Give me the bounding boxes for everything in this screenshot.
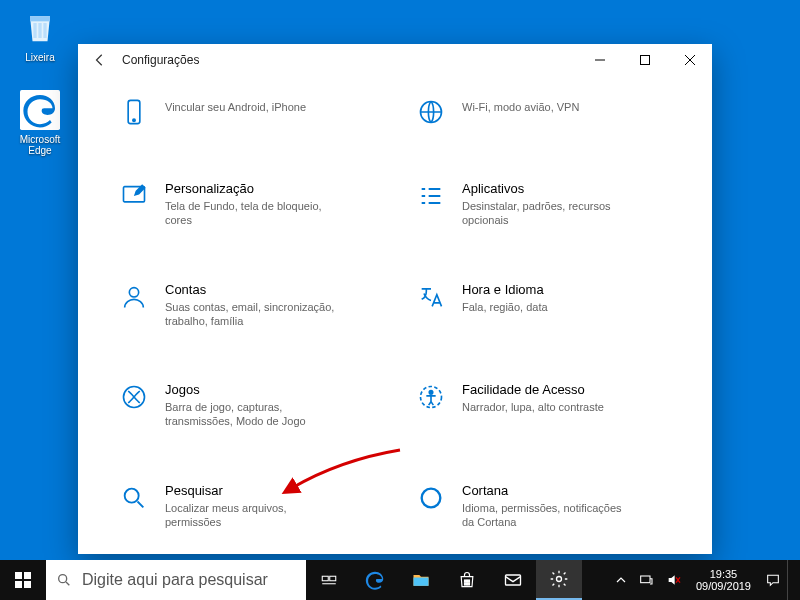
tile-title: Cortana (462, 483, 632, 498)
svg-rect-16 (24, 581, 31, 588)
svg-rect-13 (15, 572, 22, 579)
tile-desc: Idioma, permissões, notificações da Cort… (462, 501, 632, 530)
system-tray: 19:35 09/09/2019 (610, 560, 800, 600)
tile-phone[interactable]: Vincular seu Android, iPhone (108, 86, 385, 142)
tile-desc: Desinstalar, padrões, recursos opcionais (462, 199, 632, 228)
tile-cortana[interactable]: CortanaIdioma, permissões, notificações … (405, 472, 682, 545)
taskbar: Digite aqui para pesquisar 19:35 09/09/2… (0, 560, 800, 600)
tile-desc: Narrador, lupa, alto contraste (462, 400, 604, 414)
tray-network-icon[interactable] (632, 560, 660, 600)
taskbar-edge[interactable] (352, 560, 398, 600)
search-placeholder: Digite aqui para pesquisar (82, 571, 268, 589)
svg-rect-14 (24, 572, 31, 579)
tile-title: Contas (165, 282, 335, 297)
phone-icon (119, 97, 149, 127)
edge-icon (20, 90, 60, 130)
start-button[interactable] (0, 560, 46, 600)
svg-point-9 (429, 391, 433, 395)
paintbrush-icon (119, 181, 149, 211)
svg-rect-21 (467, 580, 469, 582)
taskbar-store[interactable] (444, 560, 490, 600)
tile-title: Facilidade de Acesso (462, 382, 604, 397)
tile-time-language[interactable]: Hora e IdiomaFala, região, data (405, 271, 682, 344)
tile-gaming[interactable]: JogosBarra de jogo, capturas, transmissõ… (108, 371, 385, 444)
tile-ease-of-access[interactable]: Facilidade de AcessoNarrador, lupa, alto… (405, 371, 682, 444)
apps-icon (416, 181, 446, 211)
tile-desc: Vincular seu Android, iPhone (165, 100, 306, 114)
settings-content[interactable]: Vincular seu Android, iPhone Wi-Fi, modo… (78, 76, 712, 554)
tile-apps[interactable]: AplicativosDesinstalar, padrões, recurso… (405, 170, 682, 243)
maximize-button[interactable] (622, 44, 667, 76)
tray-clock[interactable]: 19:35 09/09/2019 (688, 560, 759, 600)
person-icon (119, 282, 149, 312)
minimize-button[interactable] (577, 44, 622, 76)
desktop-icon-label: Microsoft Edge (10, 134, 70, 156)
tile-title: Hora e Idioma (462, 282, 548, 297)
xbox-icon (119, 382, 149, 412)
tile-title: Aplicativos (462, 181, 632, 196)
tray-volume-icon[interactable] (660, 560, 688, 600)
cortana-icon (416, 483, 446, 513)
tile-desc: Localizar meus arquivos, permissões (165, 501, 335, 530)
titlebar: Configurações (78, 44, 712, 76)
svg-point-3 (133, 119, 135, 121)
tile-desc: Tela de Fundo, tela de bloqueio, cores (165, 199, 335, 228)
svg-rect-24 (506, 575, 521, 585)
tray-action-center[interactable] (759, 560, 787, 600)
search-box[interactable]: Digite aqui para pesquisar (46, 560, 306, 600)
search-icon (119, 483, 149, 513)
taskbar-settings[interactable] (536, 560, 582, 600)
accessibility-icon (416, 382, 446, 412)
recycle-bin-icon (20, 8, 60, 48)
svg-rect-23 (467, 583, 469, 585)
task-view-button[interactable] (306, 560, 352, 600)
tray-overflow[interactable] (610, 560, 632, 600)
tile-title: Jogos (165, 382, 335, 397)
tile-network[interactable]: Wi-Fi, modo avião, VPN (405, 86, 682, 142)
globe-icon (416, 97, 446, 127)
tile-desc: Barra de jogo, capturas, transmissões, M… (165, 400, 335, 429)
tray-date: 09/09/2019 (696, 580, 751, 592)
tile-personalization[interactable]: PersonalizaçãoTela de Fundo, tela de blo… (108, 170, 385, 243)
back-button[interactable] (86, 46, 114, 74)
tile-title: Pesquisar (165, 483, 335, 498)
svg-rect-22 (465, 583, 467, 585)
svg-rect-19 (330, 576, 336, 581)
desktop-icon-recycle-bin[interactable]: Lixeira (10, 8, 70, 63)
tile-title: Personalização (165, 181, 335, 196)
settings-window: Configurações Vincular seu Android, iPho… (78, 44, 712, 554)
tile-desc: Suas contas, email, sincronização, traba… (165, 300, 335, 329)
svg-rect-18 (322, 576, 328, 581)
svg-rect-1 (640, 56, 649, 65)
tile-desc: Fala, região, data (462, 300, 548, 314)
desktop-icon-edge[interactable]: Microsoft Edge (10, 90, 70, 156)
svg-point-6 (129, 287, 138, 296)
svg-point-17 (59, 575, 67, 583)
svg-point-10 (125, 488, 139, 502)
tile-accounts[interactable]: ContasSuas contas, email, sincronização,… (108, 271, 385, 344)
tile-search[interactable]: PesquisarLocalizar meus arquivos, permis… (108, 472, 385, 545)
tile-desc: Wi-Fi, modo avião, VPN (462, 100, 579, 114)
svg-rect-26 (641, 576, 650, 583)
close-button[interactable] (667, 44, 712, 76)
desktop-icon-label: Lixeira (10, 52, 70, 63)
language-icon (416, 282, 446, 312)
svg-rect-20 (465, 580, 467, 582)
search-icon (56, 572, 72, 588)
svg-point-25 (557, 577, 562, 582)
svg-point-11 (422, 488, 441, 507)
taskbar-explorer[interactable] (398, 560, 444, 600)
window-title: Configurações (122, 53, 199, 67)
svg-rect-15 (15, 581, 22, 588)
taskbar-mail[interactable] (490, 560, 536, 600)
show-desktop-button[interactable] (787, 560, 800, 600)
tray-time: 19:35 (710, 568, 738, 580)
